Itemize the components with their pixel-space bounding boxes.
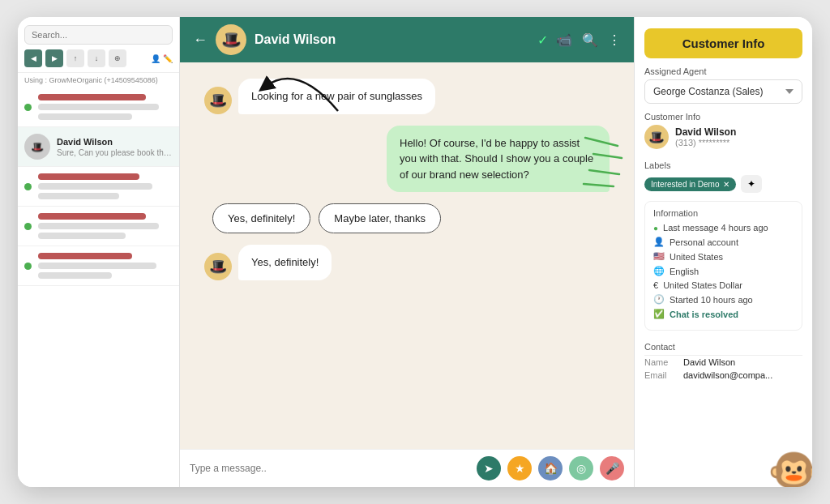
chat-preview: Sure, Can you please book the cal... [57, 148, 173, 157]
list-item[interactable] [18, 167, 179, 207]
more-options-button[interactable]: ⋮ [608, 32, 621, 48]
sticker-button[interactable]: ◎ [569, 456, 593, 481]
avatar: 🎩 [24, 134, 50, 160]
resolved-icon: ✅ [653, 309, 665, 319]
sidebar-add-btn[interactable]: ⊕ [109, 49, 126, 67]
online-dot-icon: ● [653, 224, 658, 233]
message-row: Hello! Of course, I'd be happy to assist… [204, 126, 610, 193]
flag-icon: 🇺🇸 [653, 251, 665, 262]
list-item[interactable] [18, 207, 179, 246]
right-panel: Customer Info Assigned Agent George Cost… [634, 17, 812, 487]
label-tag-text: Interested in Demo [651, 180, 720, 189]
sidebar-forward-btn[interactable]: ▶ [45, 49, 63, 67]
info-row-account: 👤 Personal account [653, 237, 794, 247]
customer-avatar: 🎩 [644, 125, 669, 149]
quick-reply-yes[interactable]: Yes, definitely! [212, 203, 310, 233]
placeholder-lines [38, 94, 173, 120]
info-started-text: Started 10 hours ago [670, 295, 753, 305]
online-dot [24, 223, 32, 230]
placeholder-line [38, 193, 119, 199]
chat-name: David Wilson [57, 137, 173, 147]
chat-header-name: David Wilson [255, 32, 529, 47]
emoji-button[interactable]: ★ [507, 456, 532, 481]
chat-messages: 🎩 Looking for a new pair of sunglasses [180, 62, 634, 449]
info-account-text: Personal account [670, 237, 738, 247]
info-row-resolved: ✅ Chat is resolved [653, 309, 794, 319]
assigned-agent-section: Assigned Agent George Costanza (Sales) [644, 66, 802, 104]
message-bubble: Yes, definitely! [238, 245, 332, 280]
list-item[interactable] [18, 246, 179, 286]
placeholder-line [38, 94, 146, 100]
placeholder-line [38, 213, 146, 220]
back-button[interactable]: ← [193, 32, 208, 49]
sidebar-down-btn[interactable]: ↓ [88, 49, 105, 67]
info-row-started: 🕐 Started 10 hours ago [653, 294, 794, 305]
message-row: 🎩 Looking for a new pair of sunglasses [204, 79, 610, 114]
message-row: 🎩 Yes, definitely! [204, 245, 610, 280]
ai-icon: ✦ [747, 178, 755, 190]
contact-email-label: Email [644, 370, 677, 380]
online-dot [24, 183, 32, 190]
quick-replies: Yes, definitely! Maybe later, thanks [212, 203, 610, 233]
placeholder-line [38, 113, 132, 120]
message-input[interactable] [190, 463, 470, 474]
online-dot [24, 263, 32, 270]
contact-name-label: Name [644, 357, 677, 367]
chat-area: ← 🎩 David Wilson ✓ 📹 🔍 ⋮ 🎩 [180, 17, 634, 487]
label-tag-close[interactable]: ✕ [723, 180, 729, 189]
contact-name-value: David Wilson [683, 357, 735, 367]
image-button[interactable]: 🏠 [538, 456, 563, 481]
placeholder-line [38, 173, 139, 180]
sidebar-toolbar: ◀ ▶ ↑ ↓ ⊕ 👤 ✏️ [18, 49, 179, 73]
quick-reply-later[interactable]: Maybe later, thanks [319, 203, 441, 233]
customer-details: David Wilson (313) ********* [675, 126, 736, 147]
list-item[interactable] [18, 88, 179, 127]
customer-info-button[interactable]: Customer Info [644, 28, 802, 58]
chat-header-icons: 📹 🔍 ⋮ [556, 32, 621, 48]
verified-icon: ✓ [537, 32, 548, 48]
placeholder-line [38, 263, 156, 269]
agent-select[interactable]: George Costanza (Sales) [644, 79, 802, 104]
chat-header-avatar: 🎩 [216, 24, 246, 55]
customer-row: 🎩 David Wilson (313) ********* [644, 125, 802, 149]
search-button[interactable]: 🔍 [582, 32, 598, 48]
placeholder-lines [38, 173, 173, 199]
contact-label: Contact [644, 342, 802, 352]
clock-icon: 🕐 [653, 294, 665, 305]
placeholder-line [38, 223, 159, 229]
mascot-icon: 🐵 [768, 446, 812, 487]
info-last-message-text: Last message 4 hours ago [663, 223, 768, 233]
labels-label: Labels [644, 160, 802, 170]
information-label: Information [653, 208, 794, 218]
label-tag: Interested in Demo ✕ [644, 177, 736, 191]
message-bubble: Looking for a new pair of sunglasses [238, 79, 435, 114]
avatar: 🎩 [204, 253, 232, 280]
chat-input-bar: ➤ ★ 🏠 ◎ 🎤 [180, 449, 634, 487]
info-country-text: United States [670, 252, 723, 262]
send-button[interactable]: ➤ [477, 456, 501, 481]
sidebar-search-area [18, 17, 179, 49]
placeholder-line [38, 104, 159, 110]
info-currency-text: United States Dollar [663, 280, 742, 290]
label-tag-row: Interested in Demo ✕ ✦ [644, 175, 802, 193]
search-input[interactable] [24, 25, 173, 45]
person-icon: 👤 [653, 237, 665, 247]
info-row-last-message: ● Last message 4 hours ago [653, 223, 794, 233]
info-language-text: English [670, 267, 699, 276]
info-resolved-text: Chat is resolved [670, 310, 738, 319]
labels-section: Labels Interested in Demo ✕ ✦ [644, 160, 802, 193]
sidebar-account-label: Using : GrowMeOrganic (+14509545086) [18, 73, 179, 88]
information-section: Information ● Last message 4 hours ago 👤… [644, 201, 802, 331]
info-row-language: 🌐 English [653, 266, 794, 276]
online-dot [24, 104, 32, 111]
mic-button[interactable]: 🎤 [600, 456, 624, 481]
sidebar: ◀ ▶ ↑ ↓ ⊕ 👤 ✏️ Using : GrowMeOrganic (+1… [18, 17, 180, 487]
ai-enhance-button[interactable]: ✦ [741, 175, 762, 193]
chat-info: David Wilson Sure, Can you please book t… [57, 137, 173, 157]
assigned-agent-label: Assigned Agent [644, 66, 802, 76]
list-item-david-wilson[interactable]: 🎩 David Wilson Sure, Can you please book… [18, 127, 179, 167]
sidebar-back-btn[interactable]: ◀ [24, 49, 42, 67]
video-call-button[interactable]: 📹 [556, 32, 572, 48]
sidebar-up-btn[interactable]: ↑ [66, 49, 84, 67]
placeholder-line [38, 233, 126, 239]
